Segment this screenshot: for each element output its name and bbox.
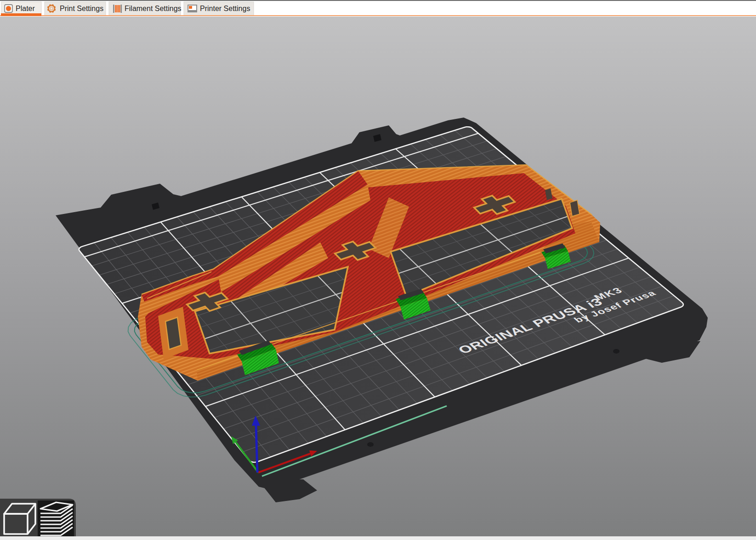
svg-text:Printer Settings: Printer Settings [200, 5, 250, 12]
svg-text:Plater: Plater [16, 5, 35, 12]
svg-text:Filament Settings: Filament Settings [125, 5, 182, 12]
svg-text:Print Settings: Print Settings [60, 5, 103, 12]
